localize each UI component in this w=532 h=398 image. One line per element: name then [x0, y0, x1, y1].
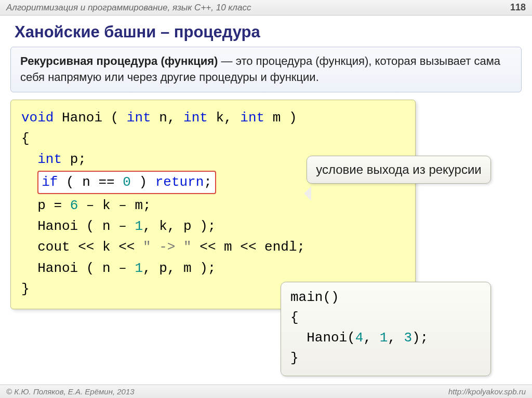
footer-url: http://kpolyakov.spb.ru	[448, 387, 526, 396]
definition-box: Рекурсивная процедура (функция) — это пр…	[10, 47, 522, 92]
code-line: cout << k << " -> " << m << endl;	[21, 237, 405, 257]
slide-header: Алгоритмизация и программирование, язык …	[0, 0, 532, 16]
code-line: Hanoi ( n – 1, k, p );	[21, 216, 405, 237]
main-code-block: main() { Hanoi(4, 1, 3); }	[281, 282, 491, 376]
definition-term: Рекурсивная процедура (функция)	[20, 54, 218, 67]
slide-footer: © К.Ю. Поляков, Е.А. Ерёмин, 2013 http:/…	[0, 385, 532, 398]
copyright-text: © К.Ю. Поляков, Е.А. Ерёмин, 2013	[6, 387, 135, 396]
subject-text: Алгоритмизация и программирование, язык …	[6, 3, 251, 13]
code-line: main()	[290, 287, 481, 308]
code-block: void Hanoi ( int n, int k, int m ) { int…	[10, 100, 416, 310]
code-line: p = 6 – k – m;	[21, 195, 405, 216]
highlight-exit-condition: if ( n == 0 ) return;	[37, 171, 216, 194]
page-number: 118	[510, 2, 526, 13]
code-line: Hanoi(4, 1, 3);	[290, 328, 481, 348]
code-line: {	[21, 128, 405, 149]
callout-exit-condition: условие выхода из рекурсии	[307, 156, 491, 184]
code-line: }	[290, 348, 481, 368]
code-line: void Hanoi ( int n, int k, int m )	[21, 107, 405, 128]
code-line: Hanoi ( n – 1, p, m );	[21, 258, 405, 279]
slide-title: Ханойские башни – процедура	[0, 16, 532, 47]
code-line: {	[290, 308, 481, 328]
